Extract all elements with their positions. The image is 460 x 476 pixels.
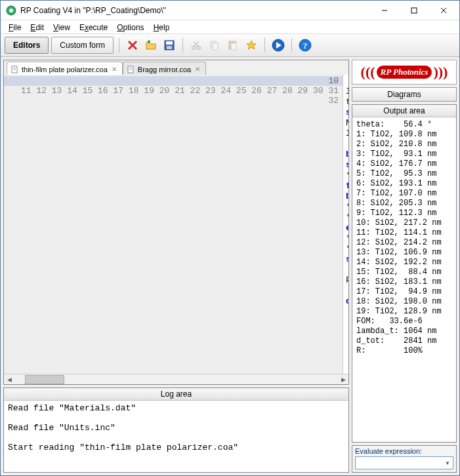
close-button[interactable] <box>429 1 458 20</box>
save-icon[interactable] <box>161 37 177 53</box>
menu-execute[interactable]: Execute <box>75 22 112 32</box>
log-header: Log area <box>4 388 348 401</box>
custom-form-button[interactable]: Custom form <box>51 37 114 54</box>
menu-edit[interactable]: Edit <box>26 22 48 32</box>
tab-strip: thin-film plate polarizer.coa ✕ Bragg mi… <box>4 60 348 75</box>
maximize-button[interactable] <box>399 1 429 20</box>
scroll-left-icon[interactable]: ◀ <box>4 375 14 384</box>
output-text[interactable]: theta: 56.4 ° 1: TiO2, 109.8 nm 2: SiO2,… <box>352 117 456 442</box>
copy-icon[interactable] <box>207 37 222 53</box>
evaluate-input[interactable] <box>355 456 453 469</box>
separator <box>119 38 119 52</box>
line-gutter: 1011 12 13 14 15 16 17 18 19 20 21 22 23… <box>4 75 343 374</box>
window-title: RP Coating V4 in "P:\RP_Coating\Demo\" <box>20 6 369 15</box>
svg-line-13 <box>194 41 199 47</box>
log-text[interactable]: Read file "Materials.dat" Read file "Uni… <box>4 401 348 472</box>
open-icon[interactable] <box>143 37 159 53</box>
svg-text:?: ? <box>303 41 308 50</box>
separator <box>264 38 265 52</box>
separator <box>291 38 292 52</box>
file-icon <box>127 66 135 73</box>
help-icon[interactable]: ? <box>297 37 313 53</box>
diagrams-button[interactable]: Diagrams <box>352 87 457 102</box>
svg-point-1 <box>9 9 13 12</box>
svg-line-14 <box>194 41 198 47</box>
cut-icon[interactable] <box>188 37 204 53</box>
output-panel: Output area theta: 56.4 ° 1: TiO2, 109.8… <box>352 104 457 443</box>
menu-options[interactable]: Options <box>113 22 148 32</box>
tab-close-icon[interactable]: ✕ <box>110 66 118 73</box>
log-panel: Log area Read file "Materials.dat" Read … <box>3 387 349 473</box>
logo: ((( RP Photonics ))) <box>352 60 457 85</box>
svg-rect-9 <box>166 41 173 45</box>
svg-rect-10 <box>167 46 172 49</box>
menu-help[interactable]: Help <box>150 22 174 32</box>
titlebar: RP Coating V4 in "P:\RP_Coating\Demo\" <box>1 1 459 20</box>
file-icon <box>11 66 19 73</box>
delete-icon[interactable] <box>125 37 140 53</box>
tab-close-icon[interactable]: ✕ <box>194 66 201 73</box>
tab-bragg[interactable]: Bragg mirror.coa ✕ <box>123 62 206 75</box>
menu-view[interactable]: View <box>49 22 74 32</box>
logo-text: RP Photonics <box>377 66 432 79</box>
menubar: File Edit View Execute Options Help <box>1 20 459 33</box>
code-editor[interactable]: l := 1064 { operation wavelength } theta… <box>343 75 348 374</box>
favorite-icon[interactable] <box>243 37 259 53</box>
paste-icon[interactable] <box>225 37 241 53</box>
logo-paren: ((( <box>361 64 375 81</box>
tab-polarizer[interactable]: thin-film plate polarizer.coa ✕ <box>7 62 123 75</box>
output-header: Output area <box>352 105 456 117</box>
horizontal-scrollbar[interactable]: ◀ ▶ <box>4 374 348 384</box>
evaluate-label: Evaluate expression: <box>355 447 453 455</box>
evaluate-panel: Evaluate expression: ▼ <box>352 445 457 473</box>
toolbar: Editors Custom form ? <box>1 33 459 57</box>
svg-rect-3 <box>411 8 417 13</box>
scroll-right-icon[interactable]: ▶ <box>338 375 348 384</box>
editors-button[interactable]: Editors <box>5 37 49 54</box>
separator <box>182 38 183 52</box>
app-icon <box>6 5 16 16</box>
svg-rect-18 <box>231 43 236 50</box>
minimize-button[interactable] <box>369 1 399 20</box>
svg-rect-16 <box>213 43 218 50</box>
tab-label: thin-film plate polarizer.coa <box>22 66 108 73</box>
editor-panel: thin-film plate polarizer.coa ✕ Bragg mi… <box>3 60 349 385</box>
logo-paren: ))) <box>433 64 448 81</box>
run-icon[interactable] <box>270 37 286 53</box>
scroll-thumb[interactable] <box>25 375 64 384</box>
tab-label: Bragg mirror.coa <box>138 66 191 73</box>
menu-file[interactable]: File <box>5 22 25 32</box>
